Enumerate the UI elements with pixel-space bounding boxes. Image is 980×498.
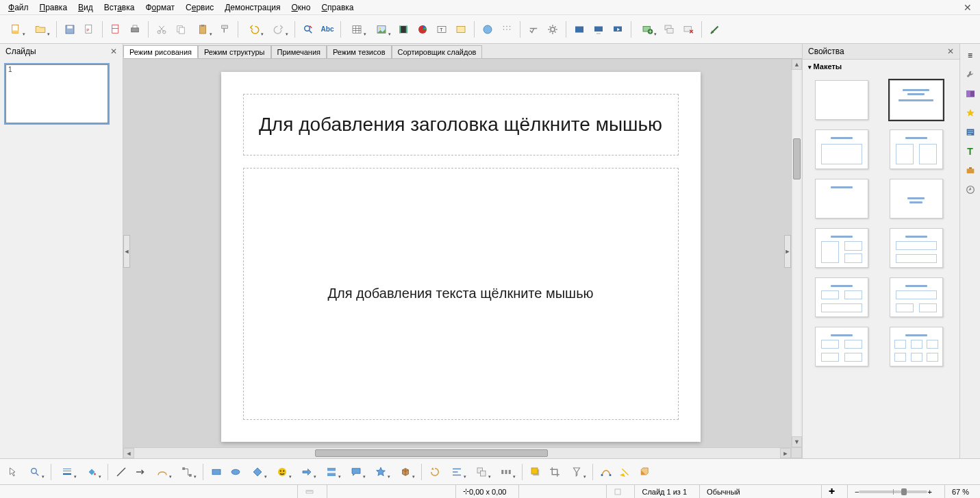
insert-textbox-button[interactable]: T [433, 21, 451, 38]
insert-hyperlink-button[interactable] [479, 21, 497, 38]
layouts-section-header[interactable]: Макеты [803, 60, 959, 73]
connector-tool[interactable] [175, 463, 199, 481]
zoom-tool[interactable] [23, 463, 47, 481]
line-tool[interactable] [112, 463, 130, 481]
tab-outline[interactable]: Режим структуры [198, 45, 271, 58]
slide-thumbnail[interactable]: 1 [5, 64, 108, 123]
sidebar-menu-icon[interactable]: ≡ [963, 48, 978, 63]
menu-insert[interactable]: Вставка [99, 1, 140, 14]
export-pdf-button[interactable]: P [80, 21, 98, 38]
layout-title-6[interactable] [890, 327, 943, 366]
insert-chart-button[interactable] [414, 21, 431, 38]
tab-sorter[interactable]: Сортировщик слайдов [392, 45, 483, 58]
zoom-label[interactable]: 67 % [944, 485, 976, 498]
hscroll-thumb[interactable] [315, 449, 548, 457]
layout-title-3[interactable] [815, 277, 868, 317]
arrow-tool[interactable] [131, 463, 149, 481]
filter-tool[interactable] [565, 463, 588, 481]
open-button[interactable] [29, 21, 52, 38]
scroll-left-icon[interactable]: ◄ [123, 448, 134, 458]
suitcase-icon[interactable] [963, 163, 978, 178]
save-button[interactable] [61, 21, 79, 38]
callouts-tool[interactable] [344, 463, 368, 481]
spellcheck-button[interactable]: Abc [318, 21, 336, 38]
basic-shapes-tool[interactable] [246, 463, 269, 481]
layout-title-only[interactable] [815, 179, 868, 219]
title-placeholder[interactable]: Для добавления заголовка щёлкните мышью [243, 94, 679, 155]
insert-media-button[interactable] [394, 21, 412, 38]
crop-tool[interactable] [546, 463, 564, 481]
scroll-down-icon[interactable]: ▼ [792, 436, 802, 447]
layout-blank[interactable] [815, 80, 868, 120]
status-ruler-icon[interactable] [297, 485, 321, 498]
start-current-slide-button[interactable] [609, 21, 627, 38]
select-tool[interactable] [4, 463, 22, 481]
delete-slide-button[interactable] [679, 21, 697, 38]
fill-color-tool[interactable] [80, 463, 103, 481]
paragraph-icon[interactable] [963, 125, 978, 140]
menu-window[interactable]: Окно [286, 1, 316, 14]
redo-button[interactable] [267, 21, 290, 38]
layout-title-3b[interactable] [890, 277, 943, 317]
extrusion-tool[interactable] [636, 463, 653, 481]
gallery-icon[interactable] [963, 86, 978, 101]
insert-image-button[interactable] [370, 21, 393, 38]
layout-centered-text[interactable] [890, 179, 943, 219]
layout-title-2content[interactable] [890, 129, 943, 169]
slide-layout-button[interactable] [706, 21, 724, 38]
menu-help[interactable]: Справка [316, 1, 359, 14]
glue-points-tool[interactable] [616, 463, 634, 481]
layout-title-1content[interactable] [815, 129, 868, 169]
menu-edit[interactable]: Правка [34, 1, 73, 14]
find-replace-button[interactable] [299, 21, 317, 38]
symbol-shapes-tool[interactable] [271, 463, 294, 481]
layout-title-content[interactable] [890, 80, 943, 120]
insert-table-button[interactable] [345, 21, 368, 38]
collapse-right-handle[interactable]: ► [784, 235, 791, 268]
fit-page-icon[interactable]: ✚ [821, 485, 842, 498]
close-icon[interactable]: ✕ [947, 47, 954, 56]
undo-button[interactable] [242, 21, 266, 38]
collapse-left-handle[interactable]: ◄ [123, 235, 130, 268]
close-icon[interactable]: ✕ [110, 47, 117, 56]
direct-export-button[interactable] [107, 21, 125, 38]
align-tool[interactable] [445, 463, 468, 481]
canvas-area[interactable]: Для добавления заголовка щёлкните мышью … [130, 59, 791, 447]
arrange-tool[interactable] [470, 463, 493, 481]
duplicate-slide-button[interactable] [660, 21, 678, 38]
print-button[interactable] [126, 21, 144, 38]
scroll-right-icon[interactable]: ► [780, 448, 791, 458]
scroll-thumb[interactable] [793, 138, 801, 179]
horizontal-scrollbar[interactable]: ◄ ► [123, 447, 791, 458]
menu-format[interactable]: Формат [140, 1, 180, 14]
stars-tool[interactable] [369, 463, 392, 481]
insert-comment-button[interactable] [525, 21, 542, 38]
points-tool[interactable] [597, 463, 615, 481]
cut-button[interactable] [153, 21, 171, 38]
slide-canvas[interactable]: Для добавления заголовка щёлкните мышью … [221, 72, 701, 442]
menu-view[interactable]: Вид [73, 1, 99, 14]
format-paintbrush-button[interactable] [216, 21, 234, 38]
layout-title-2v[interactable] [815, 228, 868, 268]
copy-button[interactable] [172, 21, 190, 38]
line-color-tool[interactable] [55, 463, 79, 481]
wrench-icon[interactable] [963, 67, 978, 82]
ellipse-tool[interactable] [227, 463, 244, 481]
layout-title-4[interactable] [815, 327, 868, 366]
status-mode[interactable]: Обычный [699, 485, 747, 498]
status-selection-icon[interactable] [606, 485, 629, 498]
content-placeholder[interactable]: Для добавления текста щёлкните мышью [243, 168, 679, 420]
distribute-tool[interactable] [494, 463, 518, 481]
close-document-icon[interactable]: ✕ [958, 2, 977, 13]
insert-fontwork-button[interactable] [452, 21, 470, 38]
insert-special-char-button[interactable] [498, 21, 516, 38]
tab-handout[interactable]: Режим тезисов [327, 45, 392, 58]
zoom-slider[interactable]: − + [847, 485, 939, 498]
curve-tool[interactable] [151, 463, 174, 481]
start-slideshow-button[interactable] [590, 21, 607, 38]
new-slide-button[interactable] [636, 21, 659, 38]
options-button[interactable] [544, 21, 562, 38]
layout-title-2h[interactable] [890, 228, 943, 268]
paste-button[interactable] [191, 21, 214, 38]
navigator-icon[interactable] [963, 182, 978, 197]
